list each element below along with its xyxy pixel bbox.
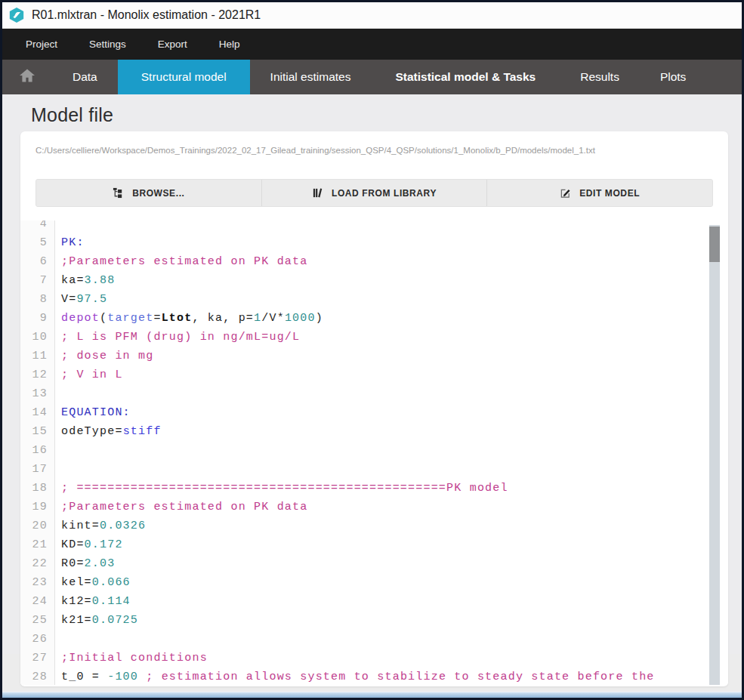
code-line: 9depot(target=Ltot, ka, p=1/V*1000)	[20, 309, 728, 328]
code-text	[55, 220, 61, 233]
code-line: 20kint=0.0326	[20, 517, 728, 535]
code-text: V=97.5	[55, 290, 107, 309]
edit-model-button[interactable]: EDIT MODEL	[486, 180, 712, 206]
line-number: 13	[20, 384, 55, 403]
app-window: R01.mlxtran - Monolix estimation - 2021R…	[0, 0, 744, 700]
code-line: 27;Initial conditions	[20, 649, 728, 668]
load-from-library-button[interactable]: LOAD FROM LIBRARY	[261, 180, 487, 206]
window-bottom-frame	[2, 692, 742, 698]
menu-item-project[interactable]: Project	[10, 29, 73, 60]
code-line: 16	[20, 441, 728, 460]
tree-icon	[113, 187, 124, 199]
code-text: ;Parameters estimated on PK data	[55, 498, 307, 517]
code-text: ; ======================================…	[55, 479, 508, 498]
window-title: R01.mlxtran - Monolix estimation - 2021R…	[32, 8, 261, 22]
line-number: 25	[20, 611, 55, 630]
code-text: R0=2.03	[55, 554, 115, 573]
code-line: 12; V in L	[20, 365, 728, 384]
code-text: EQUATION:	[55, 403, 131, 422]
model-file-card: C:/Users/celliere/Workspace/Demos_Traini…	[20, 131, 728, 686]
code-text: KD=0.172	[55, 535, 123, 554]
code-text: depot(target=Ltot, ka, p=1/V*1000)	[55, 309, 323, 328]
code-text: ; L is PFM (drug) in ng/mL=ug/L	[55, 328, 300, 347]
line-number: 14	[20, 403, 55, 422]
pencil-icon	[560, 187, 571, 199]
model-code-editor[interactable]: 45PK:6;Parameters estimated on PK data7k…	[20, 220, 728, 685]
line-number: 4	[20, 220, 55, 233]
line-number: 11	[20, 347, 55, 365]
code-line: 22R0=2.03	[20, 554, 728, 573]
line-number: 26	[20, 630, 55, 649]
code-line: 6;Parameters estimated on PK data	[20, 252, 728, 271]
code-text: kel=0.066	[55, 573, 131, 592]
tab-initial-estimates[interactable]: Initial estimates	[250, 60, 372, 94]
code-text: k21=0.0725	[55, 611, 138, 630]
model-file-path: C:/Users/celliere/Workspace/Demos_Traini…	[20, 131, 728, 155]
line-number: 10	[20, 328, 55, 347]
code-text: k12=0.114	[55, 592, 131, 611]
code-text: ka=3.88	[55, 271, 115, 290]
menu-item-help[interactable]: Help	[203, 29, 256, 60]
code-lines: 45PK:6;Parameters estimated on PK data7k…	[20, 220, 728, 685]
home-icon	[18, 66, 36, 88]
menu-bar: ProjectSettingsExportHelp	[2, 29, 742, 60]
tab-statistical-model-tasks[interactable]: Statistical model & Tasks	[371, 60, 560, 94]
code-line: 19;Parameters estimated on PK data	[20, 498, 728, 517]
code-text: ;Parameters estimated on PK data	[55, 252, 307, 271]
code-text: kint=0.0326	[55, 517, 146, 535]
line-number: 20	[20, 517, 55, 535]
line-number: 5	[20, 233, 55, 252]
menu-item-settings[interactable]: Settings	[73, 29, 142, 60]
code-text: ; dose in mg	[55, 347, 153, 365]
code-text	[55, 460, 61, 479]
page-content: Model file C:/Users/celliere/Workspace/D…	[2, 94, 742, 654]
browse-button[interactable]: BROWSE...	[36, 180, 261, 206]
tab-home[interactable]	[2, 60, 52, 94]
code-text	[55, 441, 61, 460]
monolix-logo-icon	[8, 7, 25, 23]
line-number: 17	[20, 460, 55, 479]
code-line: 13	[20, 384, 728, 403]
tab-results[interactable]: Results	[560, 60, 640, 94]
line-number: 15	[20, 422, 55, 441]
line-number: 6	[20, 252, 55, 271]
code-line: 4	[20, 220, 728, 233]
code-line: 24k12=0.114	[20, 592, 728, 611]
code-text: PK:	[55, 233, 85, 252]
books-icon	[312, 187, 323, 199]
tab-plots[interactable]: Plots	[640, 60, 706, 94]
code-line: 15odeType=stiff	[20, 422, 728, 441]
edit-model-button-label: EDIT MODEL	[579, 188, 640, 199]
window-titlebar[interactable]: R01.mlxtran - Monolix estimation - 2021R…	[2, 2, 742, 29]
menu-item-export[interactable]: Export	[142, 29, 203, 60]
code-text: t_0 = -100 ; estimation allows system to…	[55, 668, 655, 685]
code-line: 23kel=0.066	[20, 573, 728, 592]
line-number: 24	[20, 592, 55, 611]
editor-vertical-scrollbar[interactable]	[709, 225, 720, 685]
model-toolbar: BROWSE... LOAD FROM LIBRARY	[36, 179, 713, 207]
line-number: 22	[20, 554, 55, 573]
code-line: 14EQUATION:	[20, 403, 728, 422]
code-line: 11; dose in mg	[20, 347, 728, 365]
code-line: 18; ====================================…	[20, 479, 728, 498]
line-number: 28	[20, 668, 55, 685]
code-text	[55, 630, 61, 649]
code-line: 7ka=3.88	[20, 271, 728, 290]
page-title: Model file	[31, 104, 742, 126]
code-line: 28t_0 = -100 ; estimation allows system …	[20, 668, 728, 685]
line-number: 23	[20, 573, 55, 592]
code-line: 8V=97.5	[20, 290, 728, 309]
code-line: 5PK:	[20, 233, 728, 252]
tab-bar: DataStructural modelInitial estimatesSta…	[2, 60, 742, 94]
tab-data[interactable]: Data	[52, 60, 118, 94]
code-line: 26	[20, 630, 728, 649]
scrollbar-thumb[interactable]	[709, 227, 720, 262]
tab-structural-model[interactable]: Structural model	[118, 60, 250, 94]
code-line: 25k21=0.0725	[20, 611, 728, 630]
line-number: 21	[20, 535, 55, 554]
code-line: 10; L is PFM (drug) in ng/mL=ug/L	[20, 328, 728, 347]
line-number: 12	[20, 365, 55, 384]
line-number: 16	[20, 441, 55, 460]
code-text: odeType=stiff	[55, 422, 162, 441]
line-number: 9	[20, 309, 55, 328]
